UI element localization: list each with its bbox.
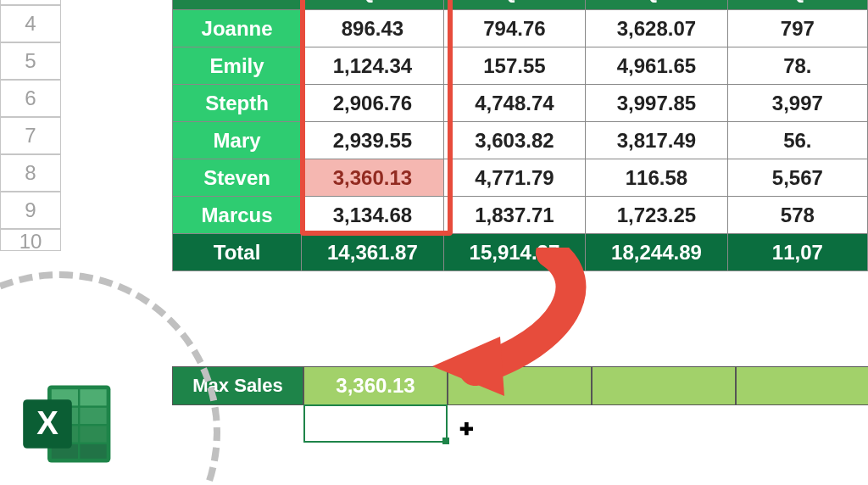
- total-label-cell[interactable]: Total: [173, 234, 302, 271]
- cell-q4[interactable]: 5,567: [727, 159, 867, 197]
- svg-rect-3: [80, 389, 106, 405]
- table-row: Joanne 896.43 794.76 3,628.07 797: [173, 10, 868, 47]
- name-cell[interactable]: Steven: [173, 159, 302, 197]
- cell-q2[interactable]: 4,771.79: [443, 159, 586, 197]
- svg-rect-5: [80, 408, 106, 424]
- cell-q1[interactable]: 2,939.55: [302, 122, 444, 159]
- name-cell[interactable]: Emily: [173, 47, 302, 85]
- cell-q3[interactable]: 3,817.49: [586, 122, 728, 159]
- header-q4[interactable]: Q: [727, 0, 867, 10]
- cell-q1[interactable]: 2,906.76: [302, 85, 444, 122]
- header-row: Q1 Q2 Q3 Q: [173, 0, 868, 10]
- name-cell[interactable]: Mary: [173, 122, 302, 159]
- header-name[interactable]: [173, 0, 302, 10]
- header-q1[interactable]: Q1: [302, 0, 444, 10]
- cell-q1[interactable]: 1,124.34: [302, 47, 444, 85]
- total-q2[interactable]: 15,914.37: [443, 234, 586, 271]
- total-q1[interactable]: 14,361.87: [302, 234, 444, 271]
- svg-rect-9: [80, 444, 106, 459]
- total-q4[interactable]: 11,07: [727, 234, 867, 271]
- row-header[interactable]: 9: [0, 192, 61, 229]
- cell-q4[interactable]: 56.: [727, 122, 867, 159]
- cell-q2[interactable]: 3,603.82: [443, 122, 586, 159]
- cell-q3[interactable]: 1,723.25: [586, 197, 728, 234]
- cell-q1-max[interactable]: 3,360.13: [302, 159, 444, 197]
- table-row: Steven 3,360.13 4,771.79 116.58 5,567: [173, 159, 868, 197]
- cell-q4[interactable]: 3,997: [727, 85, 867, 122]
- row-header[interactable]: 4: [0, 5, 61, 42]
- row-header[interactable]: 8: [0, 154, 61, 192]
- max-sales-label[interactable]: Max Sales: [172, 366, 303, 405]
- total-q3[interactable]: 18,244.89: [586, 234, 728, 271]
- row-header[interactable]: 5: [0, 42, 61, 80]
- row-header[interactable]: 10: [0, 229, 61, 251]
- max-sales-q2[interactable]: [448, 366, 592, 405]
- max-sales-q4[interactable]: [736, 366, 868, 405]
- active-cell[interactable]: [303, 404, 448, 443]
- cell-q1[interactable]: 3,134.68: [302, 197, 444, 234]
- cell-q2[interactable]: 4,748.74: [443, 85, 586, 122]
- table-row: Marcus 3,134.68 1,837.71 1,723.25 578: [173, 197, 868, 234]
- svg-text:X: X: [36, 404, 58, 441]
- max-sales-q1[interactable]: 3,360.13: [303, 366, 448, 405]
- table-row: Mary 2,939.55 3,603.82 3,817.49 56.: [173, 122, 868, 159]
- cell-q1[interactable]: 896.43: [302, 10, 444, 47]
- row-headers: 3 4 5 6 7 8 9 10: [0, 0, 61, 251]
- cell-q4[interactable]: 797: [727, 10, 867, 47]
- cell-q3[interactable]: 3,628.07: [586, 10, 728, 47]
- total-row: Total 14,361.87 15,914.37 18,244.89 11,0…: [173, 234, 868, 271]
- cell-q4[interactable]: 578: [727, 197, 867, 234]
- cell-q3[interactable]: 3,997.85: [586, 85, 728, 122]
- svg-rect-7: [80, 426, 106, 442]
- max-sales-row: Max Sales 3,360.13: [172, 366, 868, 405]
- cell-q2[interactable]: 794.76: [443, 10, 586, 47]
- cell-q4[interactable]: 78.: [727, 47, 867, 85]
- header-q2[interactable]: Q2: [443, 0, 586, 10]
- cursor-icon: ✚: [459, 419, 474, 439]
- sales-table-area: Q1 Q2 Q3 Q Joanne 896.43 794.76 3,628.07…: [172, 0, 868, 271]
- row-header[interactable]: 7: [0, 117, 61, 154]
- row-header[interactable]: 6: [0, 80, 61, 117]
- name-cell[interactable]: Marcus: [173, 197, 302, 234]
- excel-logo-icon: X: [8, 365, 127, 483]
- cell-q3[interactable]: 4,961.65: [586, 47, 728, 85]
- name-cell[interactable]: Stepth: [173, 85, 302, 122]
- cell-q2[interactable]: 1,837.71: [443, 197, 586, 234]
- name-cell[interactable]: Joanne: [173, 10, 302, 47]
- sales-table: Q1 Q2 Q3 Q Joanne 896.43 794.76 3,628.07…: [172, 0, 868, 271]
- fill-handle[interactable]: [442, 438, 449, 444]
- cell-q2[interactable]: 157.55: [443, 47, 586, 85]
- table-row: Stepth 2,906.76 4,748.74 3,997.85 3,997: [173, 85, 868, 122]
- cell-q3[interactable]: 116.58: [586, 159, 728, 197]
- header-q3[interactable]: Q3: [586, 0, 728, 10]
- table-row: Emily 1,124.34 157.55 4,961.65 78.: [173, 47, 868, 85]
- max-sales-q3[interactable]: [592, 366, 736, 405]
